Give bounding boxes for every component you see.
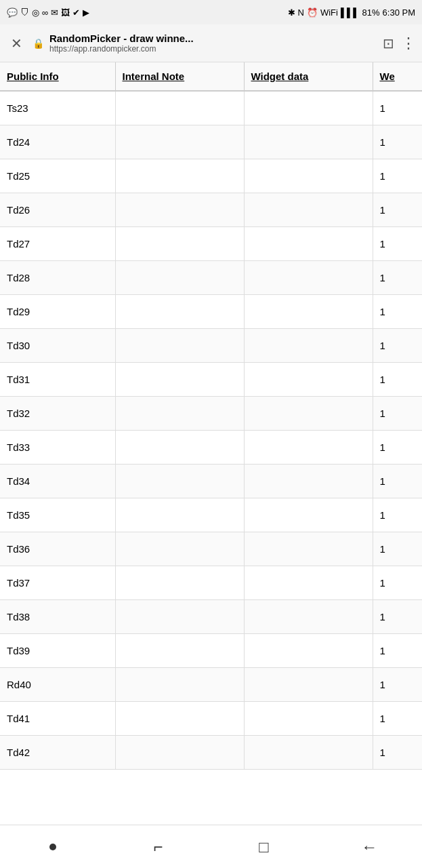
cell-public: Td34	[0, 464, 115, 498]
nav-tab-icon: ⌐	[154, 837, 163, 856]
col-header-we: We	[373, 62, 422, 91]
cell-we: 1	[373, 532, 422, 566]
cell-public: Td24	[0, 125, 115, 159]
cell-internal	[115, 701, 244, 735]
layers-icon: ⛉	[20, 7, 29, 18]
youtube-icon: ▶	[83, 7, 89, 18]
cell-internal	[115, 260, 244, 294]
cell-widget	[244, 91, 373, 125]
cell-widget	[244, 159, 373, 193]
data-table: Public Info Internal Note Widget data We…	[0, 62, 422, 770]
status-info-right: ✱ N ⏰ WiFi ▌▌▌ 81% 6:30 PM	[288, 7, 415, 18]
table-row: Td371	[0, 566, 422, 599]
cell-widget	[244, 599, 373, 633]
table-header-row: Public Info Internal Note Widget data We	[0, 62, 422, 91]
cell-public: Td41	[0, 701, 115, 735]
cell-we: 1	[373, 328, 422, 362]
menu-icon[interactable]: ⋮	[401, 35, 417, 52]
table-row: Td261	[0, 193, 422, 226]
cell-public: Td33	[0, 430, 115, 464]
cell-we: 1	[373, 599, 422, 633]
col-header-internal: Internal Note	[115, 62, 244, 91]
bookmark-icon[interactable]: ⊡	[383, 35, 394, 52]
table-row: Td241	[0, 125, 422, 159]
table-row: Td301	[0, 328, 422, 362]
cell-widget	[244, 498, 373, 532]
table-row: Ts231	[0, 91, 422, 125]
cell-public: Td31	[0, 362, 115, 396]
cell-widget	[244, 226, 373, 260]
cell-public: Td26	[0, 193, 115, 226]
close-tab-button[interactable]: ✕	[5, 35, 27, 52]
check-icon: ✔	[72, 7, 80, 18]
col-header-widget: Widget data	[244, 62, 373, 91]
cell-public: Td39	[0, 633, 115, 667]
table-body: Ts231Td241Td251Td261Td271Td281Td291Td301…	[0, 91, 422, 769]
table-row: Td281	[0, 260, 422, 294]
browser-actions: ⊡ ⋮	[383, 35, 417, 52]
status-bar: 💬 ⛉ ◎ ∞ ✉ 🖼 ✔ ▶ ✱ N ⏰ WiFi ▌▌▌ 81% 6:30 …	[0, 0, 422, 24]
cell-we: 1	[373, 633, 422, 667]
circle-icon: ◎	[32, 7, 39, 18]
bluetooth-icon: ✱	[288, 7, 295, 18]
nav-back-button[interactable]: ←	[349, 833, 389, 861]
status-icons-left: 💬 ⛉ ◎ ∞ ✉ 🖼 ✔ ▶	[7, 7, 89, 18]
nav-square-button[interactable]: □	[243, 833, 284, 861]
nav-dot-button[interactable]	[33, 833, 73, 861]
time-display: 6:30 PM	[383, 7, 415, 18]
cell-we: 1	[373, 566, 422, 599]
cell-internal	[115, 294, 244, 328]
cell-we: 1	[373, 226, 422, 260]
url-block: RandomPicker - draw winne... https://app…	[49, 33, 377, 54]
cell-widget	[244, 430, 373, 464]
cell-we: 1	[373, 193, 422, 226]
table-row: Td391	[0, 633, 422, 667]
cell-public: Td42	[0, 735, 115, 769]
nav-tab-button[interactable]: ⌐	[138, 833, 179, 861]
cell-public: Td30	[0, 328, 115, 362]
chat-icon: 💬	[7, 7, 18, 18]
table-row: Rd401	[0, 667, 422, 701]
cell-public: Td28	[0, 260, 115, 294]
cell-widget	[244, 701, 373, 735]
link-icon: ∞	[42, 7, 48, 18]
cell-widget	[244, 294, 373, 328]
cell-internal	[115, 667, 244, 701]
cell-public: Rd40	[0, 667, 115, 701]
bottom-navigation: ⌐ □ ←	[0, 825, 422, 868]
cell-we: 1	[373, 91, 422, 125]
cell-widget	[244, 667, 373, 701]
cell-widget	[244, 260, 373, 294]
cell-widget	[244, 633, 373, 667]
cell-internal	[115, 362, 244, 396]
table-row: Td271	[0, 226, 422, 260]
cell-internal	[115, 226, 244, 260]
cell-internal	[115, 328, 244, 362]
nav-square-icon: □	[259, 837, 269, 856]
cell-public: Td37	[0, 566, 115, 599]
cell-we: 1	[373, 464, 422, 498]
cell-internal	[115, 125, 244, 159]
cell-we: 1	[373, 396, 422, 430]
cell-we: 1	[373, 498, 422, 532]
mail-icon: ✉	[51, 7, 58, 18]
cell-internal	[115, 193, 244, 226]
cell-internal	[115, 532, 244, 566]
cell-public: Td27	[0, 226, 115, 260]
table-row: Td331	[0, 430, 422, 464]
table-row: Td361	[0, 532, 422, 566]
cell-we: 1	[373, 430, 422, 464]
battery-level: 81%	[362, 7, 380, 18]
cell-we: 1	[373, 159, 422, 193]
cell-widget	[244, 396, 373, 430]
network-icon: N	[298, 7, 304, 18]
cell-we: 1	[373, 667, 422, 701]
cell-widget	[244, 125, 373, 159]
nav-back-icon: ←	[361, 837, 377, 856]
cell-we: 1	[373, 362, 422, 396]
cell-public: Td38	[0, 599, 115, 633]
cell-internal	[115, 498, 244, 532]
alarm-icon: ⏰	[307, 7, 318, 18]
cell-public: Td25	[0, 159, 115, 193]
cell-we: 1	[373, 701, 422, 735]
